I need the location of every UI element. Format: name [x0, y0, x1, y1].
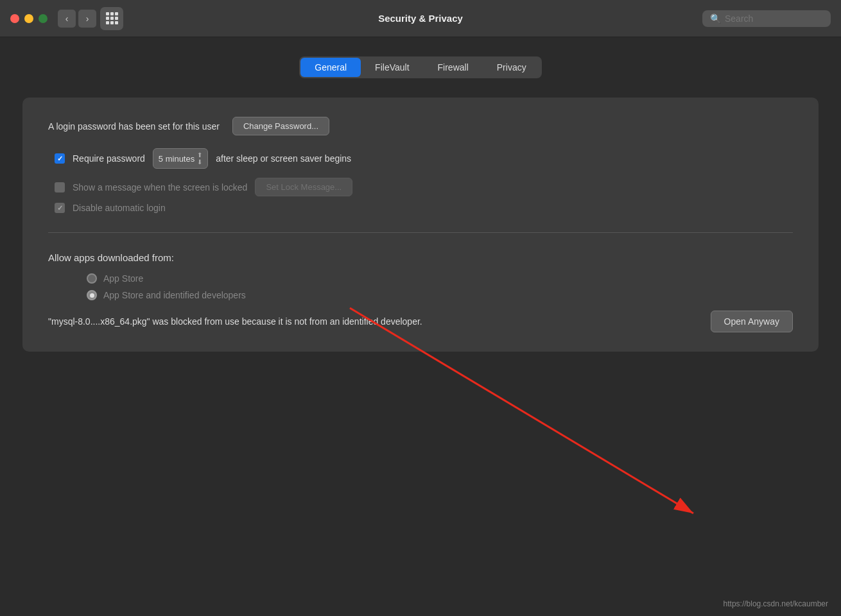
minimize-button[interactable]: [24, 14, 33, 23]
window-controls: [10, 14, 48, 23]
footer-link[interactable]: https://blog.csdn.net/kcaumber: [724, 599, 828, 608]
forward-button[interactable]: ›: [78, 10, 96, 28]
allow-apps-section: Allow apps downloaded from: App Store Ap…: [48, 252, 793, 332]
radio-appstore-identified-label: App Store and identified developers: [103, 290, 246, 300]
search-icon: 🔍: [710, 13, 721, 24]
zoom-button[interactable]: [39, 14, 48, 23]
radio-appstore[interactable]: [87, 273, 97, 284]
disable-autologin-row: Disable automatic login: [48, 203, 793, 213]
disable-autologin-checkbox[interactable]: [55, 203, 65, 213]
blocked-message-row: "mysql-8.0....x86_64.pkg" was blocked fr…: [48, 311, 793, 332]
tabs-bar: General FileVault Firewall Privacy: [299, 56, 541, 78]
radio-appstore-row: App Store: [48, 273, 793, 284]
blocked-text: "mysql-8.0....x86_64.pkg" was blocked fr…: [48, 315, 422, 329]
titlebar: ‹ › Security & Privacy 🔍: [0, 0, 841, 37]
password-timeout-dropdown[interactable]: 5 minutes ⬆⬇: [153, 148, 208, 169]
open-anyway-button[interactable]: Open Anyway: [711, 311, 793, 332]
grid-icon: [106, 12, 118, 24]
radio-appstore-identified[interactable]: [87, 290, 97, 300]
change-password-button[interactable]: Change Password...: [232, 117, 329, 135]
search-input[interactable]: [725, 13, 823, 24]
after-sleep-text: after sleep or screen saver begins: [216, 153, 351, 164]
show-message-row: Show a message when the screen is locked…: [48, 178, 793, 196]
set-lock-message-button: Set Lock Message...: [255, 178, 352, 196]
window-title: Security & Privacy: [378, 13, 463, 24]
allow-apps-heading: Allow apps downloaded from:: [48, 252, 793, 263]
password-info-text: A login password has been set for this u…: [48, 121, 220, 132]
show-message-checkbox[interactable]: [55, 182, 65, 193]
back-button[interactable]: ‹: [58, 10, 76, 28]
show-message-label: Show a message when the screen is locked: [73, 182, 247, 193]
search-bar[interactable]: 🔍: [702, 10, 831, 27]
dropdown-value: 5 minutes: [159, 154, 195, 164]
radio-appstore-identified-row: App Store and identified developers: [48, 290, 793, 300]
disable-autologin-label: Disable automatic login: [73, 203, 166, 213]
tab-general[interactable]: General: [300, 58, 361, 77]
require-password-checkbox[interactable]: [55, 153, 65, 164]
radio-appstore-label: App Store: [103, 273, 143, 284]
tab-firewall[interactable]: Firewall: [424, 58, 483, 77]
tab-filevault[interactable]: FileVault: [361, 58, 423, 77]
section-divider: [48, 232, 793, 233]
require-password-label: Require password: [73, 153, 145, 164]
tab-privacy[interactable]: Privacy: [483, 58, 541, 77]
require-password-row: Require password 5 minutes ⬆⬇ after slee…: [48, 148, 793, 169]
grid-button[interactable]: [100, 7, 123, 30]
nav-buttons: ‹ ›: [58, 10, 96, 28]
password-section: A login password has been set for this u…: [48, 117, 793, 135]
settings-panel: A login password has been set for this u…: [22, 98, 819, 352]
main-content: General FileVault Firewall Privacy A log…: [0, 37, 841, 352]
dropdown-arrow-icon: ⬆⬇: [197, 151, 202, 166]
close-button[interactable]: [10, 14, 19, 23]
